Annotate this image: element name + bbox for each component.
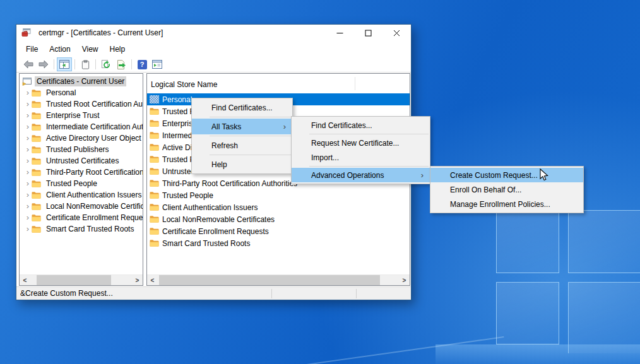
chevron-right-icon[interactable]: ›: [24, 124, 32, 130]
tree-item[interactable]: ›: [20, 178, 143, 189]
list-row[interactable]: Certificate Enrollment Requests: [147, 225, 410, 237]
folder-icon: [32, 168, 41, 177]
close-button[interactable]: [382, 25, 411, 41]
chevron-right-icon[interactable]: ›: [24, 180, 32, 187]
scrollbar-thumb[interactable]: [37, 275, 111, 286]
export-list-button[interactable]: [114, 57, 129, 71]
tree-item[interactable]: ›: [20, 76, 143, 87]
list-horizontal-scrollbar[interactable]: < >: [147, 274, 410, 285]
chevron-right-icon[interactable]: ›: [24, 90, 32, 96]
properties-button[interactable]: [78, 57, 93, 71]
list-row[interactable]: Trusted People: [147, 189, 410, 201]
tree-item[interactable]: ›: [20, 144, 143, 155]
minimize-button[interactable]: [326, 25, 354, 41]
toolbar-separator: [95, 59, 96, 69]
close-icon: [393, 30, 400, 37]
list-row-label: Third-Party Root Certification Authoriti…: [162, 179, 297, 188]
tree-item[interactable]: ›: [20, 212, 143, 223]
tree-item[interactable]: ›: [20, 132, 143, 144]
menu-item[interactable]: Find Certificates... ›: [292, 118, 430, 132]
chevron-right-icon[interactable]: ›: [24, 226, 32, 232]
export-list-icon: [116, 60, 126, 69]
chevron-right-icon[interactable]: ›: [24, 146, 32, 153]
menu-separator: [210, 155, 291, 155]
tree-item[interactable]: ›: [20, 189, 143, 201]
chevron-right-icon[interactable]: ›: [24, 203, 32, 209]
chevron-right-icon[interactable]: ›: [24, 192, 32, 198]
list-row-label: Certificate Enrollment Requests: [162, 227, 269, 236]
refresh-button[interactable]: [98, 57, 114, 71]
column-divider[interactable]: [355, 77, 355, 90]
list-row[interactable]: Local NonRemovable Certificates: [147, 213, 410, 225]
console-tree-pane: ›: [19, 73, 143, 286]
chevron-right-icon[interactable]: ›: [24, 135, 32, 141]
selected-folder-icon: [150, 95, 159, 103]
tree-item[interactable]: ›: [20, 201, 143, 212]
scroll-right-arrow[interactable]: >: [399, 275, 410, 286]
scrollbar-thumb[interactable]: [159, 275, 380, 286]
folder-icon: [150, 203, 159, 211]
tree-item[interactable]: ›: [20, 98, 143, 110]
scroll-right-arrow[interactable]: >: [132, 275, 143, 286]
menubar-item[interactable]: Help: [104, 42, 131, 56]
tree-item[interactable]: ›: [20, 167, 143, 178]
list-header[interactable]: Logical Store Name: [147, 74, 410, 93]
menu-bar: FileActionViewHelp: [16, 41, 411, 57]
menu-item[interactable]: Advanced Operations ›: [292, 168, 430, 182]
submenu-arrow-icon: ›: [421, 171, 424, 179]
submenu-arrow-icon: ›: [283, 122, 286, 131]
menu-item[interactable]: Import... ›: [292, 150, 430, 165]
show-console-tree-button[interactable]: [57, 57, 72, 71]
list-row-label: Smart Card Trusted Roots: [162, 239, 250, 248]
folder-icon: [150, 191, 159, 199]
chevron-right-icon[interactable]: ›: [24, 169, 32, 175]
folder-icon: [150, 119, 159, 127]
tree-item-label: Untrusted Certificates: [44, 156, 121, 166]
tree-item[interactable]: ›: [20, 121, 143, 132]
menu-item[interactable]: Enroll On Behalf Of... ›: [430, 182, 583, 197]
title-bar[interactable]: certmgr - [Certificates - Current User]: [16, 25, 411, 41]
tree-item[interactable]: ›: [20, 110, 143, 121]
scrollbar-track[interactable]: [30, 275, 132, 286]
menu-item[interactable]: Help ›: [192, 156, 292, 172]
menubar-item[interactable]: View: [76, 42, 104, 56]
tree-item-label: Client Authentication Issuers: [44, 190, 143, 200]
show-window-button[interactable]: [150, 57, 165, 71]
maximize-button[interactable]: [354, 25, 382, 41]
chevron-right-icon[interactable]: ›: [24, 214, 32, 221]
column-header-label[interactable]: Logical Store Name: [151, 80, 217, 89]
help-button[interactable]: ?: [134, 57, 150, 71]
folder-icon: [150, 215, 159, 223]
menu-item-label: Find Certificates...: [311, 121, 372, 130]
list-row[interactable]: Client Authentication Issuers: [147, 201, 410, 213]
tree-horizontal-scrollbar[interactable]: < >: [20, 274, 143, 285]
scroll-left-arrow[interactable]: <: [20, 275, 30, 286]
folder-icon: [32, 180, 41, 188]
menu-item[interactable]: Create Custom Request... ›: [430, 168, 583, 182]
clipboard-icon: [81, 60, 90, 69]
status-bar: &Create Custom Request...: [16, 286, 411, 300]
list-row[interactable]: Smart Card Trusted Roots: [147, 237, 410, 249]
tree-item-label: Certificates - Current User: [35, 76, 126, 86]
menubar-item[interactable]: File: [20, 42, 44, 56]
menu-item-label: Refresh: [211, 141, 238, 150]
menu-item[interactable]: Request New Certificate... ›: [292, 136, 430, 150]
menu-item[interactable]: Find Certificates... ›: [192, 100, 292, 115]
menu-item-label: Request New Certificate...: [311, 139, 399, 148]
chevron-right-icon[interactable]: ›: [24, 101, 32, 107]
tree-item[interactable]: ›: [20, 87, 143, 98]
tree-item-label: Personal: [44, 88, 78, 98]
menu-item[interactable]: All Tasks ›: [192, 119, 292, 134]
certificate-tree: ›: [20, 76, 143, 274]
chevron-right-icon[interactable]: ›: [24, 112, 32, 119]
chevron-right-icon[interactable]: ›: [24, 158, 32, 164]
back-button[interactable]: [21, 57, 36, 71]
scrollbar-track[interactable]: [158, 275, 399, 286]
forward-button[interactable]: [36, 57, 51, 71]
scroll-left-arrow[interactable]: <: [147, 275, 158, 286]
menu-item[interactable]: Manage Enrollment Policies... ›: [430, 197, 583, 211]
tree-item[interactable]: ›: [20, 155, 143, 167]
menubar-item[interactable]: Action: [44, 42, 76, 56]
tree-item[interactable]: ›: [20, 223, 143, 235]
menu-item[interactable]: Refresh ›: [192, 138, 292, 153]
